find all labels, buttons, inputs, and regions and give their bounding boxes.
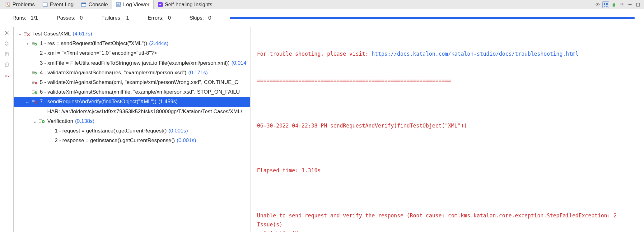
fail-icon: [32, 100, 38, 104]
duration: (0.001s): [169, 127, 188, 135]
stat-failures: Failures:1: [101, 15, 129, 21]
svg-rect-18: [606, 4, 608, 5]
svg-rect-19: [604, 6, 605, 7]
stat-errors: Errors:0: [148, 15, 171, 21]
prev-failure-icon[interactable]: [3, 50, 11, 58]
tree-row[interactable]: 2 - response = getInstance().getCurrentR…: [14, 136, 250, 145]
collapse-all-icon[interactable]: [3, 29, 11, 37]
tree-row[interactable]: 5 - validateXmlAgainstSchema(xml, "examp…: [14, 77, 250, 87]
passes-value: 0: [80, 15, 83, 21]
pass-icon: [32, 90, 38, 94]
svg-rect-16: [606, 3, 608, 4]
more-icon[interactable]: [618, 1, 625, 8]
stat-runs: Runs:1/1: [12, 15, 38, 21]
log-timestamp: 06-30-2022 04:22:38 PM sendRequestAndVer…: [257, 121, 639, 130]
errors-value: 0: [168, 15, 171, 21]
svg-rect-0: [6, 3, 10, 7]
next-failure-icon[interactable]: [3, 61, 11, 69]
pass-icon: [32, 41, 38, 46]
tab-label: Problems: [12, 2, 35, 8]
caret-icon[interactable]: ›: [25, 39, 30, 48]
svg-point-14: [597, 4, 598, 5]
svg-rect-17: [604, 4, 605, 5]
tree-row[interactable]: 6 - validateXmlAgainstSchema(xmlFile, "e…: [14, 87, 250, 97]
svg-rect-29: [637, 3, 640, 6]
duration: (0.138s): [75, 117, 94, 125]
svg-rect-3: [43, 3, 47, 7]
tab-event-log[interactable]: Event Log: [39, 0, 77, 9]
tab-label: Event Log: [50, 2, 74, 8]
tree-label: HAR: /var/folders/cj/cw1td9xs79353lk52hf…: [47, 107, 242, 116]
run-stats: Runs:1/1 Passes:0 Failures:1 Errors:0 Sk…: [0, 9, 644, 27]
log-intro: For trouble shooting, please visit:: [257, 51, 371, 57]
tree-row[interactable]: ›1 - res = sendRequest(findTestObject("X…: [14, 39, 250, 48]
svg-point-22: [621, 3, 622, 4]
tree-label: 4 - validateXmlAgainstSchema(res, "examp…: [40, 68, 186, 77]
skips-value: 0: [208, 15, 211, 21]
svg-point-23: [623, 3, 623, 4]
svg-text:LOG: LOG: [117, 3, 121, 5]
duration: (1.459s): [158, 97, 178, 106]
svg-point-1: [7, 3, 8, 5]
tab-log-viewer[interactable]: LOG Log Viewer: [112, 0, 154, 9]
tree-row[interactable]: 4 - validateXmlAgainstSchema(res, "examp…: [14, 68, 250, 77]
stat-skips: Skips:0: [189, 15, 211, 21]
watch-icon[interactable]: [594, 1, 601, 8]
runs-value: 1/1: [30, 15, 38, 21]
svg-rect-20: [606, 6, 608, 7]
svg-point-27: [623, 5, 623, 6]
console-icon: [81, 2, 86, 7]
selfheal-icon: [157, 2, 163, 7]
svg-point-26: [621, 5, 622, 6]
eventlog-icon: [42, 2, 48, 7]
fail-icon: [32, 80, 38, 85]
tab-label: Self-healing Insights: [165, 2, 212, 8]
tree-toolbar: [0, 27, 14, 232]
duration: (0.014: [231, 59, 246, 67]
tree-row[interactable]: ⌄Test Cases/XML (4.617s): [14, 29, 250, 39]
tree-view-icon[interactable]: [602, 1, 609, 8]
log-tree[interactable]: ⌄Test Cases/XML (4.617s)›1 - res = sendR…: [14, 27, 250, 232]
svg-rect-28: [628, 4, 632, 5]
tree-label: 1 - res = sendRequest(findTestObject("XM…: [40, 39, 147, 48]
tab-label: Log Viewer: [123, 2, 150, 8]
lock-icon[interactable]: [610, 1, 617, 8]
duration: (0.001s): [177, 136, 196, 145]
tree-label: 1 - request = getInstance().getCurrentRe…: [55, 127, 167, 135]
tab-console[interactable]: Console: [77, 0, 111, 9]
caret-icon[interactable]: ⌄: [32, 117, 37, 125]
tree-row[interactable]: ⌄Verification (0.138s): [14, 116, 250, 126]
tree-label: 2 - xml = "<?xml version="1.0" encoding=…: [40, 49, 157, 57]
tree-row[interactable]: 1 - request = getInstance().getCurrentRe…: [14, 126, 250, 136]
progress-bar: [230, 17, 635, 19]
expand-all-icon[interactable]: [3, 39, 11, 48]
stat-passes: Passes:0: [57, 15, 83, 21]
log-separator: ========================================…: [257, 76, 639, 85]
troubleshoot-link[interactable]: https://docs.katalon.com/katalon-studio/…: [371, 51, 578, 57]
tree-row[interactable]: HAR: /var/folders/cj/cw1td9xs79353lk52hf…: [14, 107, 250, 116]
tree-row[interactable]: ⌄7 - sendRequestAndVerify(findTestObject…: [14, 97, 250, 106]
tree-label: 7 - sendRequestAndVerify(findTestObject(…: [40, 97, 156, 106]
pass-icon: [39, 119, 45, 123]
maximize-icon[interactable]: [635, 1, 642, 8]
caret-icon[interactable]: ⌄: [25, 97, 30, 106]
log-detail-pane: For trouble shooting, please visit: http…: [252, 27, 644, 232]
tree-row[interactable]: 2 - xml = "<?xml version="1.0" encoding=…: [14, 48, 250, 58]
tree-label: 3 - xmlFile = FileUtils.readFileToString…: [40, 59, 230, 67]
svg-point-2: [8, 5, 9, 6]
tree-label: 5 - validateXmlAgainstSchema(xml, "examp…: [40, 78, 239, 86]
log-elapsed: Elapsed time: 1.316s: [257, 166, 639, 175]
minimize-icon[interactable]: [627, 1, 633, 8]
tree-row[interactable]: 3 - xmlFile = FileUtils.readFileToString…: [14, 58, 250, 68]
duration: (0.171s): [188, 68, 208, 77]
duration: (4.617s): [73, 30, 92, 38]
svg-point-25: [623, 4, 623, 5]
svg-rect-7: [82, 3, 86, 4]
tab-self-healing[interactable]: Self-healing Insights: [154, 0, 216, 9]
failures-value: 1: [126, 15, 129, 21]
tab-problems[interactable]: Problems: [1, 0, 39, 9]
caret-icon[interactable]: ⌄: [17, 30, 22, 38]
filter-fail-icon[interactable]: [3, 71, 11, 79]
pass-icon: [32, 70, 38, 75]
bottom-tab-bar: Problems Event Log Console LOG Log Viewe…: [0, 0, 644, 9]
